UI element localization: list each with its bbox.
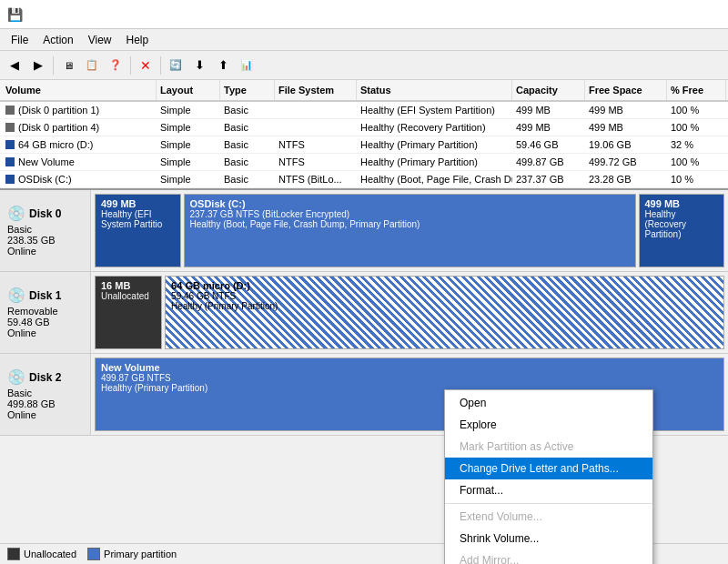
menu-view[interactable]: View — [81, 32, 119, 48]
cell-capacity: 237.37 GB — [512, 171, 585, 187]
partition-name: New Volume — [101, 362, 718, 373]
legend-unallocated-label: Unallocated — [24, 549, 76, 559]
col-filesystem: File System — [275, 80, 357, 100]
partition-0-1[interactable]: OSDisk (C:)237.37 GB NTFS (BitLocker Enc… — [184, 194, 636, 267]
ctx-item-explore[interactable]: Explore — [445, 414, 652, 436]
cell-type: Basic — [220, 171, 275, 187]
cell-volume: (Disk 0 partition 4) — [2, 119, 157, 136]
table-row[interactable]: (Disk 0 partition 4) Simple Basic Health… — [0, 119, 728, 136]
toolbar-down[interactable]: ⬆ — [212, 55, 234, 76]
col-freespace: Free Space — [585, 80, 667, 100]
cell-free: 23.28 GB — [585, 171, 667, 187]
cell-free: 19.06 GB — [585, 136, 667, 153]
toolbar-properties[interactable]: 📋 — [81, 55, 103, 76]
volume-name: 64 GB micro (D:) — [18, 139, 94, 150]
cell-status: Healthy (Primary Partition) — [357, 154, 512, 170]
partition-0-2[interactable]: 499 MBHealthy (Recovery Partition) — [639, 194, 725, 267]
cell-pct: 100 % — [667, 119, 726, 136]
ctx-item-shrink-volume[interactable]: Shrink Volume... — [445, 528, 652, 549]
volume-name: OSDisk (C:) — [18, 174, 72, 185]
ctx-item-mark-partition-as-active: Mark Partition as Active — [445, 436, 652, 458]
maximize-button[interactable] — [635, 1, 677, 28]
disk-type: Removable — [7, 306, 83, 317]
disk-label-2: 💿 Disk 2 Basic 499.88 GB Online — [0, 354, 91, 435]
cell-layout: Simple — [157, 119, 220, 136]
main-content: Volume Layout Type File System Status Ca… — [0, 80, 728, 564]
table-row[interactable]: OSDisk (C:) Simple Basic NTFS (BitLo... … — [0, 171, 728, 188]
cell-type: Basic — [220, 119, 275, 136]
table-row[interactable]: (Disk 0 partition 1) Simple Basic Health… — [0, 102, 728, 119]
ctx-item-format[interactable]: Format... — [445, 479, 652, 501]
legend-primary-box — [87, 548, 100, 560]
volume-icon — [5, 106, 15, 115]
close-button[interactable] — [679, 1, 721, 28]
volume-icon — [5, 123, 15, 132]
table-row[interactable]: New Volume Simple Basic NTFS Healthy (Pr… — [0, 154, 728, 171]
cell-layout: Simple — [157, 102, 220, 118]
legend-unallocated: Unallocated — [7, 548, 76, 560]
table-row[interactable]: 64 GB micro (D:) Simple Basic NTFS Healt… — [0, 136, 728, 154]
volume-icon — [5, 140, 15, 149]
ctx-item-extend-volume: Extend Volume... — [445, 506, 652, 528]
cell-capacity: 499.87 GB — [512, 154, 585, 170]
disk-type: Basic — [7, 388, 83, 398]
partition-detail: Healthy (Recovery Partition) — [645, 209, 719, 239]
disk-type: Basic — [7, 224, 83, 235]
legend-primary: Primary partition — [87, 548, 177, 560]
cell-type: Basic — [220, 154, 275, 170]
cell-free: 499 MB — [585, 119, 667, 136]
ctx-separator-5 — [445, 503, 652, 504]
toolbar-chart[interactable]: 📊 — [236, 55, 258, 76]
cell-volume: OSDisk (C:) — [2, 171, 157, 187]
cell-free: 499.72 GB — [585, 154, 667, 170]
toolbar-disk-mgmt[interactable]: 🖥 — [57, 55, 79, 76]
col-volume: Volume — [2, 80, 157, 100]
cell-fs — [275, 119, 357, 136]
disk-partitions-1: 16 MBUnallocated64 GB micro (D:)59.46 GB… — [91, 272, 728, 353]
partition-name: OSDisk (C:) — [190, 198, 630, 209]
cell-layout: Simple — [157, 136, 220, 153]
partition-1-1[interactable]: 64 GB micro (D:)59.46 GB NTFSHealthy (Pr… — [165, 276, 724, 349]
app-icon: 💾 — [7, 7, 23, 22]
col-pctfree: % Free — [667, 80, 726, 100]
toolbar-back[interactable]: ◀ — [4, 55, 25, 76]
disk-status: Online — [7, 327, 83, 338]
toolbar-delete[interactable]: ✕ — [135, 55, 157, 76]
menu-help[interactable]: Help — [119, 32, 157, 48]
menu-file[interactable]: File — [4, 32, 35, 48]
toolbar: ◀ ▶ 🖥 📋 ❓ ✕ 🔄 ⬇ ⬆ 📊 — [0, 51, 728, 80]
ctx-item-open[interactable]: Open — [445, 392, 652, 414]
partition-0-0[interactable]: 499 MBHealthy (EFI System Partitio — [95, 194, 181, 267]
ctx-item-add-mirror: Add Mirror... — [445, 549, 652, 564]
cell-status: Healthy (EFI System Partition) — [357, 102, 512, 118]
menu-action[interactable]: Action — [35, 32, 80, 48]
cell-layout: Simple — [157, 154, 220, 170]
cell-volume: (Disk 0 partition 1) — [2, 102, 157, 118]
partition-name: 64 GB micro (D:) — [171, 280, 718, 291]
ctx-item-change-drive-letter-and-paths[interactable]: Change Drive Letter and Paths... — [445, 458, 652, 479]
minimize-button[interactable] — [592, 1, 633, 28]
disk-name: Disk 0 — [29, 207, 61, 220]
partition-detail: 237.37 GB NTFS (BitLocker Encrypted) — [190, 209, 630, 219]
cell-pct: 10 % — [667, 171, 726, 187]
cell-capacity: 59.46 GB — [512, 136, 585, 153]
disk-label-1: 💿 Disk 1 Removable 59.48 GB Online — [0, 272, 91, 353]
cell-capacity: 499 MB — [512, 119, 585, 136]
cell-status: Healthy (Boot, Page File, Crash Dump, Pr… — [357, 171, 512, 187]
toolbar-up[interactable]: ⬇ — [188, 55, 210, 76]
title-bar-left: 💾 — [7, 7, 28, 22]
volume-icon — [5, 175, 15, 184]
toolbar-help[interactable]: ❓ — [105, 55, 126, 76]
volume-name: (Disk 0 partition 1) — [18, 105, 99, 116]
context-menu: OpenExploreMark Partition as ActiveChang… — [444, 389, 653, 564]
toolbar-forward[interactable]: ▶ — [27, 55, 49, 76]
partition-1-0[interactable]: 16 MBUnallocated — [95, 276, 162, 349]
cell-status: Healthy (Primary Partition) — [357, 136, 512, 153]
disk-size: 238.35 GB — [7, 235, 83, 246]
toolbar-refresh[interactable]: 🔄 — [165, 55, 187, 76]
cell-status: Healthy (Recovery Partition) — [357, 119, 512, 136]
disk-label-0: 💿 Disk 0 Basic 238.35 GB Online — [0, 190, 91, 271]
partition-name: 499 MB — [645, 198, 719, 209]
cell-type: Basic — [220, 136, 275, 153]
partition-detail: Healthy (EFI System Partitio — [101, 209, 175, 229]
